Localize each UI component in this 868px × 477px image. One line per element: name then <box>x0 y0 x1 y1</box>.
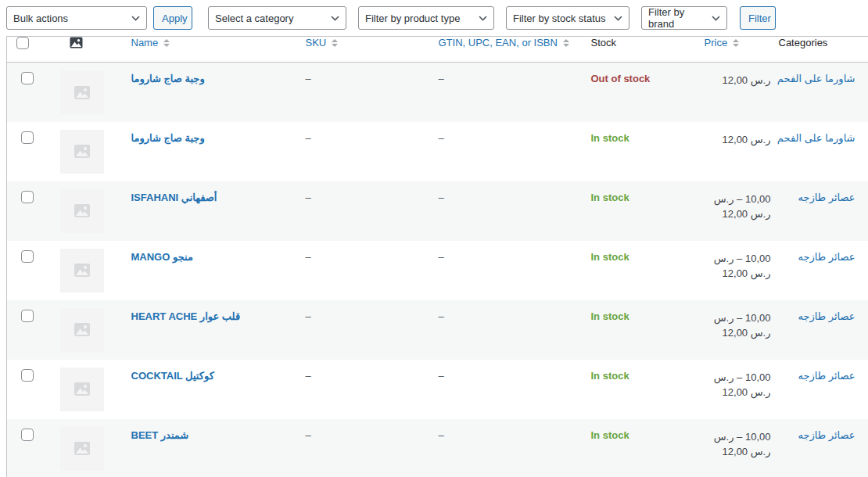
price-cell: ر.س – 10,0012,00 ر.س <box>693 419 775 477</box>
product-type-filter-value: Filter by product type <box>365 13 460 24</box>
stock-status-filter-select[interactable]: Filter by stock status <box>506 6 629 30</box>
product-row: وجبة صاج شاروما––Out of stock12,00 ر.سشا… <box>7 63 868 122</box>
sku-column-header: SKU <box>306 37 327 48</box>
category-filter-select[interactable]: Select a category <box>208 6 346 30</box>
category-link[interactable]: شاورما على الفحم <box>777 73 855 84</box>
sort-by-price[interactable]: Price <box>705 37 740 48</box>
product-thumbnail-placeholder[interactable] <box>60 427 104 471</box>
categories-column-header: Categories <box>779 37 828 48</box>
bulk-actions-value: Bulk actions <box>13 13 68 24</box>
sort-arrows-icon <box>332 39 338 47</box>
product-name-link[interactable]: وجبة صاج شاروما <box>131 73 205 84</box>
gtin-value: – <box>439 192 444 203</box>
row-checkbox[interactable] <box>21 131 34 144</box>
chevron-down-icon <box>331 16 339 21</box>
filter-button[interactable]: Filter <box>740 6 776 30</box>
product-name-link[interactable]: BEET شمندر <box>131 429 189 441</box>
table-header-row: Name SKU GTIN, UPC, EAN, or ISBN Stock <box>7 37 868 63</box>
product-row: ISFAHANI أصفهاني––In stockر.س – 10,0012,… <box>7 181 868 241</box>
sort-by-sku[interactable]: SKU <box>306 37 339 48</box>
row-checkbox[interactable] <box>21 72 34 84</box>
category-link[interactable]: شاورما على الفحم <box>777 132 855 144</box>
product-name-link[interactable]: COCKTAIL كوكتيل <box>131 370 214 382</box>
sku-value: – <box>306 310 311 322</box>
sort-arrows-icon <box>733 39 739 47</box>
gtin-column-header: GTIN, UPC, EAN, or ISBN <box>439 37 558 48</box>
row-checkbox[interactable] <box>21 191 34 203</box>
product-name-link[interactable]: ISFAHANI أصفهاني <box>131 192 217 203</box>
image-placeholder-icon <box>74 322 91 337</box>
product-type-filter-select[interactable]: Filter by product type <box>358 6 494 30</box>
stock-status-filter-value: Filter by stock status <box>513 13 605 24</box>
stock-status-badge: In stock <box>591 251 629 263</box>
category-link[interactable]: عصائر طازجه <box>798 251 855 263</box>
product-name-link[interactable]: وجبة صاج شاروما <box>131 132 205 144</box>
gtin-value: – <box>439 370 444 382</box>
image-placeholder-icon <box>74 263 91 278</box>
product-name-link[interactable]: MANGO منجو <box>131 251 193 263</box>
apply-button[interactable]: Apply <box>153 6 192 30</box>
brand-filter-select[interactable]: Filter by brand <box>641 6 727 30</box>
sort-arrows-icon <box>163 39 170 47</box>
chevron-down-icon <box>131 16 140 21</box>
select-all-checkbox[interactable] <box>16 37 29 49</box>
stock-status-badge: In stock <box>591 310 629 322</box>
sku-value: – <box>306 73 311 84</box>
stock-status-badge: In stock <box>591 429 629 441</box>
price-cell: ر.س – 10,0012,00 ر.س <box>693 181 775 241</box>
image-placeholder-icon <box>74 85 91 100</box>
row-checkbox[interactable] <box>21 310 34 322</box>
product-thumbnail-placeholder[interactable] <box>60 249 104 292</box>
bulk-actions-select[interactable]: Bulk actions <box>6 6 147 30</box>
sort-by-gtin[interactable]: GTIN, UPC, EAN, or ISBN <box>439 37 569 48</box>
gtin-value: – <box>439 132 444 144</box>
stock-status-badge: In stock <box>591 370 629 382</box>
sort-arrows-icon <box>563 39 569 47</box>
product-thumbnail-placeholder[interactable] <box>60 70 104 114</box>
chevron-down-icon <box>479 16 487 21</box>
price-cell: ر.س – 10,0012,00 ر.س <box>693 241 775 300</box>
category-link[interactable]: عصائر طازجه <box>798 192 855 203</box>
gtin-value: – <box>439 310 444 322</box>
sku-value: – <box>306 370 311 382</box>
sku-value: – <box>306 132 311 144</box>
price-cell: 12,00 ر.س <box>693 122 775 181</box>
chevron-down-icon <box>614 16 622 21</box>
sku-value: – <box>306 429 311 441</box>
gtin-value: – <box>439 251 444 263</box>
products-filter-toolbar: Bulk actions Apply Select a category Fil… <box>0 0 868 36</box>
product-thumbnail-placeholder[interactable] <box>60 189 104 233</box>
image-placeholder-icon <box>74 441 91 456</box>
category-link[interactable]: عصائر طازجه <box>798 310 855 322</box>
sort-by-name[interactable]: Name <box>131 37 170 48</box>
price-cell: ر.س – 10,0012,00 ر.س <box>693 360 775 419</box>
product-row: MANGO منجو––In stockر.س – 10,0012,00 ر.س… <box>7 241 868 300</box>
product-thumbnail-placeholder[interactable] <box>60 130 104 174</box>
name-column-header: Name <box>131 37 159 48</box>
products-table: Name SKU GTIN, UPC, EAN, or ISBN Stock <box>6 36 868 477</box>
product-row: COCKTAIL كوكتيل––In stockر.س – 10,0012,0… <box>7 360 868 419</box>
stock-column-header: Stock <box>591 37 617 48</box>
sku-value: – <box>306 251 311 263</box>
brand-filter-value: Filter by brand <box>648 6 705 30</box>
product-row: BEET شمندر––In stockر.س – 10,0012,00 ر.س… <box>7 419 868 477</box>
row-checkbox[interactable] <box>21 429 34 441</box>
product-thumbnail-placeholder[interactable] <box>60 368 104 411</box>
category-link[interactable]: عصائر طازجه <box>798 370 855 382</box>
gtin-value: – <box>439 73 444 84</box>
product-name-link[interactable]: HEART ACHE قلب عوار <box>131 310 241 322</box>
product-thumbnail-placeholder[interactable] <box>60 308 104 352</box>
price-column-header: Price <box>705 37 728 48</box>
price-cell: 12,00 ر.س <box>693 63 775 122</box>
product-row: وجبة صاج شاروما––In stock12,00 ر.سشاورما… <box>7 122 868 181</box>
row-checkbox[interactable] <box>21 250 34 263</box>
category-link[interactable]: عصائر طازجه <box>798 429 855 441</box>
stock-status-badge: In stock <box>591 192 629 203</box>
chevron-down-icon <box>712 16 720 21</box>
row-checkbox[interactable] <box>21 369 34 382</box>
stock-status-badge: In stock <box>591 132 629 144</box>
category-filter-value: Select a category <box>215 13 293 24</box>
image-placeholder-icon <box>74 203 91 218</box>
price-cell: ر.س – 10,0012,00 ر.س <box>693 300 775 360</box>
image-column-icon <box>70 37 83 48</box>
